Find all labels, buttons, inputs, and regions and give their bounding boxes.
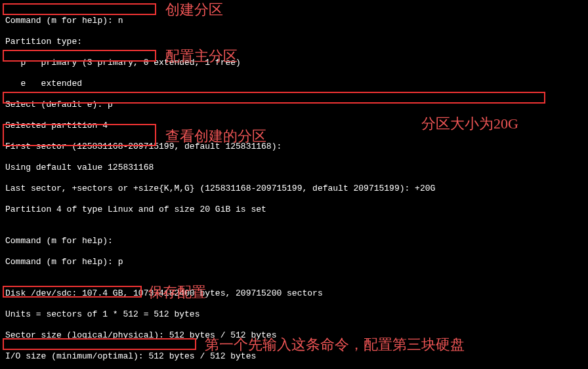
line-use-default: Using default value 125831168 (5, 163, 583, 173)
line-first-sector: First sector (125831168-209715199, defau… (5, 142, 583, 152)
line-selected4: Selected partition 4 (5, 121, 583, 131)
line-last-sector[interactable]: Last sector, +sectors or +size{K,M,G} (1… (5, 184, 583, 194)
line-partition-type: Partition type: (5, 37, 583, 47)
line-sector-size: Sector size (logical/physical): 512 byte… (5, 330, 583, 341)
terminal-output: Command (m for help): n Partition type: … (5, 5, 583, 369)
line-cmd-n[interactable]: Command (m for help): n (5, 16, 583, 26)
line-primary: p primary (3 primary, 0 extended, 1 free… (5, 58, 583, 68)
line-io-size: I/O size (minimum/optimal): 512 bytes / … (5, 351, 583, 362)
line-units: Units = sectors of 1 * 512 = 512 bytes (5, 309, 583, 320)
line-cmd-help: Command (m for help): (5, 236, 583, 246)
line-disk-info: Disk /dev/sdc: 107.4 GB, 107374182400 by… (5, 288, 583, 299)
line-extended: e extended (5, 79, 583, 89)
line-cmd-p[interactable]: Command (m for help): p (5, 257, 583, 267)
line-set-20g: Partition 4 of type Linux and of size 20… (5, 204, 583, 215)
line-select-p[interactable]: Select (default e): p (5, 100, 583, 110)
